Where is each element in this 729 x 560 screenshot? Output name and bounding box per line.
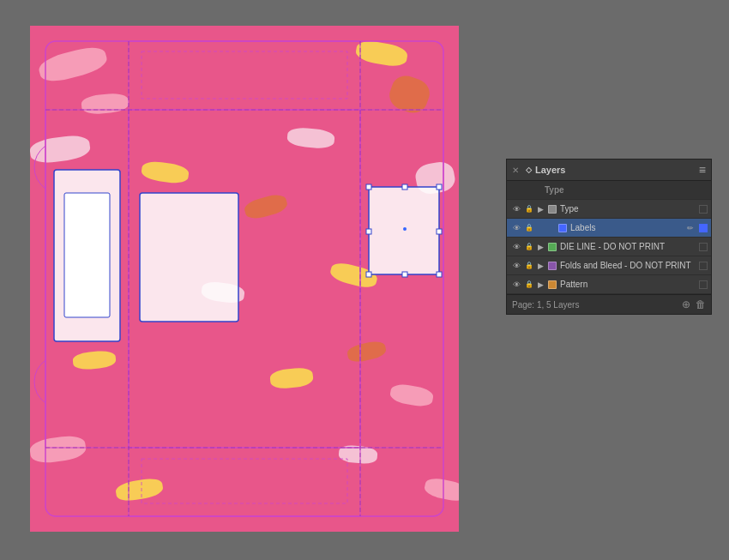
layer-name-type: Type [558, 204, 697, 214]
layer-color-type [548, 205, 557, 214]
svg-rect-6 [129, 448, 360, 516]
layer-lock-icon-die-line[interactable]: 🔒 [524, 242, 534, 252]
layer-row-folds-bleed[interactable]: 👁 🔒 ▶ Folds and Bleed - DO NOT PRINT [507, 256, 711, 275]
layer-options-folds-bleed[interactable] [699, 262, 708, 270]
layer-name-labels: Labels [569, 223, 685, 232]
canvas-area [17, 17, 472, 540]
svg-rect-5 [360, 110, 443, 448]
delete-layer-icon[interactable]: 🗑 [696, 298, 706, 310]
new-layer-icon[interactable]: ⊕ [682, 298, 690, 310]
layer-row-labels[interactable]: 👁 🔒 Labels ✏ [507, 219, 711, 238]
layer-color-folds-bleed [548, 262, 557, 270]
layer-eye-icon-die-line[interactable]: 👁 [510, 241, 522, 253]
footer-icons: ⊕ 🗑 [682, 298, 706, 310]
layer-lock-icon-pattern[interactable]: 🔒 [524, 280, 534, 290]
layers-diamond-icon: ◇ [526, 166, 532, 174]
layer-lock-icon-folds-bleed[interactable]: 🔒 [524, 261, 534, 271]
svg-rect-14 [140, 193, 238, 322]
panel-close-icon[interactable]: ✕ [512, 166, 519, 175]
page-info: Page: 1, 5 Layers [512, 300, 579, 310]
layer-options-type[interactable] [699, 205, 708, 214]
layer-expand-die-line[interactable]: ▶ [538, 243, 546, 251]
layers-header-row: Type [507, 181, 711, 200]
svg-rect-22 [402, 272, 407, 277]
layers-panel: ✕ ◇ Layers ≡ Type 👁 🔒 ▶ Type 👁 🔒 [506, 159, 712, 315]
layer-row-pattern[interactable]: 👁 🔒 ▶ Pattern [507, 275, 711, 294]
col-name-header: Type [536, 185, 697, 195]
layer-eye-icon-pattern[interactable]: 👁 [510, 279, 522, 291]
layer-options-labels[interactable] [699, 224, 708, 232]
artboard [30, 26, 459, 532]
layer-expand-type[interactable]: ▶ [538, 205, 546, 214]
svg-rect-23 [437, 272, 442, 277]
layers-panel-header: ✕ ◇ Layers ≡ [507, 160, 711, 181]
layer-name-die-line: DIE LINE - DO NOT PRINT [558, 242, 697, 251]
svg-rect-18 [437, 184, 442, 190]
layer-name-pattern: Pattern [558, 280, 697, 289]
layer-color-die-line [548, 243, 557, 251]
svg-rect-13 [64, 193, 110, 317]
layer-row-die-line[interactable]: 👁 🔒 ▶ DIE LINE - DO NOT PRINT [507, 238, 711, 256]
svg-rect-20 [437, 229, 442, 234]
svg-rect-7 [142, 459, 347, 503]
layers-panel-title: ◇ Layers [526, 165, 565, 175]
svg-rect-19 [366, 229, 371, 234]
svg-point-24 [403, 227, 407, 231]
layer-eye-icon-folds-bleed[interactable]: 👁 [510, 260, 522, 272]
svg-rect-21 [366, 272, 371, 277]
die-cut-overlay [30, 26, 459, 532]
svg-rect-16 [366, 184, 371, 190]
layer-lock-icon-type[interactable]: 🔒 [524, 204, 534, 214]
layers-panel-footer: Page: 1, 5 Layers ⊕ 🗑 [507, 294, 711, 314]
layer-eye-icon-labels[interactable]: 👁 [510, 222, 522, 234]
layer-options-pattern[interactable] [699, 280, 708, 289]
layer-color-labels [558, 224, 567, 232]
svg-rect-17 [402, 184, 407, 190]
svg-rect-15 [369, 187, 439, 274]
layer-name-folds-bleed: Folds and Bleed - DO NOT PRINT [558, 261, 697, 270]
layers-panel-body: Type 👁 🔒 ▶ Type 👁 🔒 Labels ✏ 👁 🔒 ▶ [507, 181, 711, 294]
layer-color-pattern [548, 280, 557, 289]
layer-expand-folds-bleed[interactable]: ▶ [538, 262, 546, 270]
layer-eye-icon-type[interactable]: 👁 [510, 203, 522, 215]
layer-pencil-icon: ✏ [687, 224, 697, 232]
layer-row-type[interactable]: 👁 🔒 ▶ Type [507, 200, 711, 219]
layer-lock-icon-labels[interactable]: 🔒 [524, 223, 534, 233]
layer-options-die-line[interactable] [699, 243, 708, 251]
svg-rect-2 [142, 51, 347, 99]
layer-expand-pattern[interactable]: ▶ [538, 280, 546, 289]
layers-panel-menu-icon[interactable]: ≡ [699, 163, 706, 177]
